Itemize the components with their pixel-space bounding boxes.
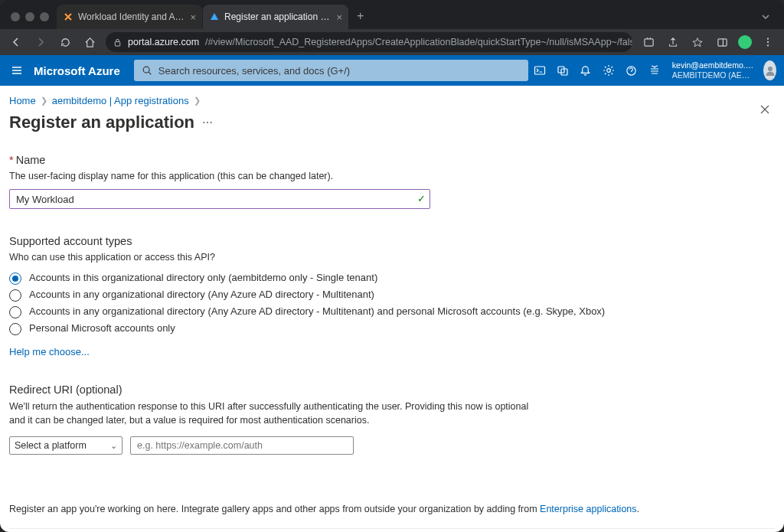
account-email: kevin@aembitdemo.on… [672,60,756,70]
hamburger-menu-icon[interactable] [0,64,34,77]
azure-topbar: Microsoft Azure Search resources, servic… [0,55,784,86]
chevron-right-icon: ❯ [194,96,201,106]
azure-search-placeholder: Search resources, services, and docs (G+… [158,65,350,77]
svg-point-4 [767,38,769,39]
forward-button[interactable] [32,34,49,51]
panel-icon[interactable] [714,34,730,51]
account-tenant: AEMBITDEMO (AEMBITDEMO.O… [672,70,756,80]
azure-brand[interactable]: Microsoft Azure [34,64,134,77]
check-icon: ✓ [417,193,426,204]
feedback-icon[interactable] [643,55,666,86]
address-bar[interactable]: portal.azure.com /#view/Microsoft_AAD_Re… [106,32,632,52]
browser-tab[interactable]: Workload Identity and Access × [57,5,202,29]
account-info[interactable]: kevin@aembitdemo.on… AEMBITDEMO (AEMBITD… [666,60,762,80]
browser-tabbar: Workload Identity and Access × Register … [0,0,784,29]
breadcrumb-home[interactable]: Home [9,95,36,106]
azure-search[interactable]: Search resources, services, and docs (G+… [134,60,528,81]
svg-point-7 [143,67,149,73]
browser-toolbar: portal.azure.com /#view/Microsoft_AAD_Re… [0,29,784,55]
account-type-label: Accounts in this organizational director… [29,272,377,283]
svg-rect-1 [644,38,652,45]
account-type-label: Accounts in any organizational directory… [29,289,374,300]
favicon-icon [63,11,74,22]
share-icon[interactable] [665,34,681,51]
favicon-icon [209,11,220,22]
chevron-down-icon: ⌄ [110,441,117,451]
profile-avatar-icon[interactable] [738,35,752,49]
svg-point-6 [767,44,769,46]
account-type-option[interactable]: Accounts in this organizational director… [9,272,775,285]
svg-point-5 [767,41,769,43]
account-types-question: Who can use this application or access t… [9,252,775,263]
search-icon [142,65,152,76]
lock-icon [113,38,122,47]
redirect-uri-input[interactable] [130,436,354,455]
url-host: portal.azure.com [128,37,199,47]
close-tab-icon[interactable]: × [190,11,196,23]
radio-icon [9,323,21,335]
blade-content: Home ❯ aembitdemo | App registrations ❯ … [0,86,784,532]
svg-rect-9 [534,67,544,74]
notifications-icon[interactable] [574,55,597,86]
bookmark-icon[interactable] [689,34,706,51]
url-path: /#view/Microsoft_AAD_RegisteredApps/Crea… [205,37,632,47]
redirect-description: We'll return the authentication response… [9,400,545,427]
account-types-heading: Supported account types [9,235,775,247]
footnote: Register an app you're working on here. … [9,504,775,514]
page-title: Register an application [9,113,194,132]
svg-rect-0 [115,41,119,46]
breadcrumb-appreg[interactable]: aembitdemo | App registrations [52,95,189,106]
redirect-heading: Redirect URI (optional) [9,383,775,396]
close-tab-icon[interactable]: × [336,11,342,23]
account-type-option[interactable]: Personal Microsoft accounts only [9,322,775,335]
account-type-label: Accounts in any organizational directory… [29,305,605,317]
browser-menu-icon[interactable] [760,34,776,51]
separator [9,528,775,529]
azure-toolbar-icons [528,55,666,86]
settings-icon[interactable] [597,55,620,86]
svg-point-14 [768,67,773,71]
reload-button[interactable] [57,34,74,51]
breadcrumb: Home ❯ aembitdemo | App registrations ❯ [9,95,775,106]
platform-select-value: Select a platform [15,440,87,451]
new-tab-button[interactable]: + [349,9,371,29]
browser-tab-title: Register an application - Micro [224,11,332,22]
tab-overflow-icon[interactable] [753,12,778,29]
radio-icon [9,289,21,302]
directories-icon[interactable] [551,55,574,86]
radio-icon [9,306,21,318]
name-heading: *Name [9,154,775,166]
chevron-right-icon: ❯ [41,96,47,106]
more-actions-icon[interactable]: ⋯ [202,116,213,129]
enterprise-apps-link[interactable]: Enterprise applications [540,504,636,514]
svg-point-12 [606,69,610,73]
window-traffic-lights [6,12,57,29]
account-type-option[interactable]: Accounts in any organizational directory… [9,305,775,318]
radio-icon [9,273,21,285]
back-button[interactable] [8,34,24,51]
account-type-option[interactable]: Accounts in any organizational directory… [9,289,775,302]
browser-tab-title: Workload Identity and Access [78,11,185,22]
close-blade-icon[interactable] [760,104,770,115]
account-avatar-icon[interactable] [763,60,776,80]
svg-rect-2 [717,38,726,45]
cloud-shell-icon[interactable] [528,55,551,86]
extensions-icon[interactable] [640,34,657,51]
browser-tab[interactable]: Register an application - Micro × [203,5,348,29]
help-icon[interactable] [620,55,643,86]
name-helper: The user-facing display name for this ap… [9,171,775,181]
account-type-label: Personal Microsoft accounts only [29,322,175,334]
platform-select[interactable]: Select a platform ⌄ [9,436,122,455]
home-button[interactable] [81,34,98,51]
name-input[interactable] [9,189,430,209]
svg-line-8 [149,72,151,74]
help-me-choose-link[interactable]: Help me choose... [9,346,90,357]
